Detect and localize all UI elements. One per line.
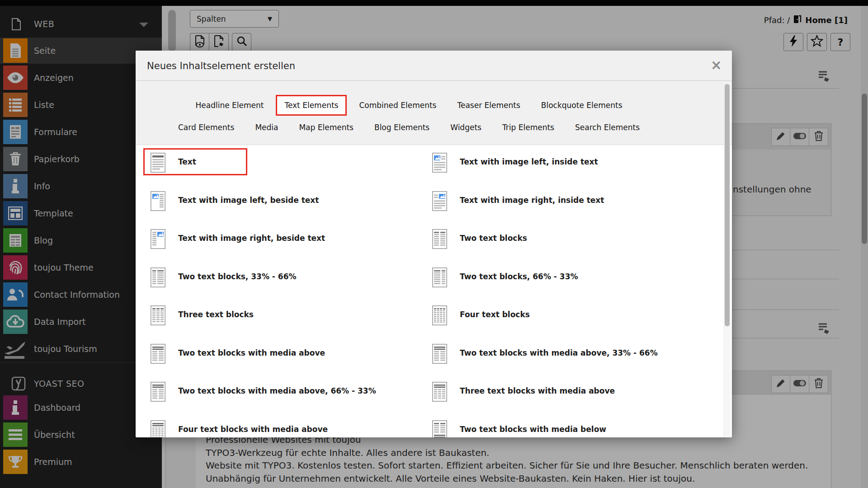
tab-trip-elements[interactable]: Trip Elements [502, 123, 554, 132]
content-element-option-two-text-blocks[interactable]: Two text blocks [432, 229, 724, 267]
content-element-label: Three text blocks [178, 310, 254, 319]
content-element-option-text-with-image-left-inside-text[interactable]: Text with image left, inside text [432, 153, 724, 191]
tab-blog-elements[interactable]: Blog Elements [374, 123, 429, 132]
content-element-option-four-text-blocks-with-media-above[interactable]: Four text blocks with media above [151, 420, 432, 438]
close-icon[interactable]: × [711, 57, 722, 73]
tab-search-elements[interactable]: Search Elements [575, 123, 640, 132]
content-element-label: Two text blocks with media above, 33% - … [460, 348, 658, 357]
tab-widgets[interactable]: Widgets [450, 123, 481, 132]
content-element-label: Text with image left, inside text [460, 157, 598, 166]
content-element-label: Two text blocks with media above, 66% - … [178, 386, 376, 395]
modal-tabs: Headline ElementText ElementsCombined El… [136, 81, 732, 145]
content-element-type-icon [432, 267, 447, 289]
content-element-list: TextText with image left, inside textTex… [151, 145, 724, 437]
content-element-type-icon [151, 229, 165, 251]
tab-teaser-elements[interactable]: Teaser Elements [457, 101, 520, 110]
content-element-type-icon [151, 382, 165, 404]
content-element-type-icon [432, 420, 447, 438]
content-element-label: Two text blocks, 66% - 33% [460, 272, 578, 281]
content-element-option-three-text-blocks-with-media-above[interactable]: Three text blocks with media above [432, 382, 724, 420]
content-element-type-icon [151, 191, 165, 213]
content-element-label: Three text blocks with media above [460, 386, 615, 395]
content-element-option-text-with-image-left-beside-text[interactable]: Text with image left, beside text [151, 191, 432, 230]
tab-media[interactable]: Media [255, 123, 278, 132]
new-content-element-modal: Neues Inhaltselement erstellen × Headlin… [136, 51, 732, 437]
content-element-label: Two text blocks with media below [460, 425, 606, 434]
content-element-type-icon [432, 382, 447, 404]
modal-scrollbar-thumb[interactable] [725, 84, 730, 326]
content-element-type-icon [151, 153, 165, 174]
content-element-label: Four text blocks [460, 310, 530, 319]
content-element-type-icon [432, 344, 447, 366]
content-element-label: Text [178, 157, 196, 166]
content-element-type-icon [151, 305, 165, 327]
content-element-label: Text with image left, beside text [178, 196, 319, 205]
content-element-option-two-text-blocks-33-66[interactable]: Two text blocks, 33% - 66% [151, 267, 432, 306]
content-element-label: Two text blocks, 33% - 66% [178, 272, 297, 281]
content-element-label: Text with image right, beside text [178, 234, 325, 243]
content-element-type-icon [151, 344, 165, 366]
content-element-option-four-text-blocks[interactable]: Four text blocks [432, 305, 724, 344]
content-element-type-icon [432, 229, 447, 251]
content-element-label: Four text blocks with media above [178, 425, 328, 434]
content-element-option-text-with-image-right-beside-text[interactable]: Text with image right, beside text [151, 229, 432, 267]
tab-combined-elements[interactable]: Combined Elements [359, 101, 436, 110]
modal-header: Neues Inhaltselement erstellen × [136, 51, 732, 81]
content-element-type-icon [432, 191, 447, 213]
modal-title: Neues Inhaltselement erstellen [147, 51, 295, 81]
content-element-option-two-text-blocks-with-media-below[interactable]: Two text blocks with media below [432, 420, 724, 438]
content-element-type-icon [432, 305, 447, 327]
tab-text-elements[interactable]: Text Elements [276, 95, 347, 116]
content-element-option-two-text-blocks-with-media-above-66-33[interactable]: Two text blocks with media above, 66% - … [151, 382, 432, 420]
tab-map-elements[interactable]: Map Elements [299, 123, 354, 132]
tab-blockquote-elements[interactable]: Blockquote Elements [541, 101, 623, 110]
content-element-type-icon [151, 420, 165, 438]
content-element-option-two-text-blocks-with-media-above[interactable]: Two text blocks with media above [151, 344, 432, 382]
content-element-option-two-text-blocks-66-33[interactable]: Two text blocks, 66% - 33% [432, 267, 724, 306]
content-element-label: Text with image right, inside text [460, 196, 604, 205]
content-element-option-text-with-image-right-inside-text[interactable]: Text with image right, inside text [432, 191, 724, 230]
content-element-type-icon [432, 153, 447, 174]
content-element-type-icon [151, 267, 165, 289]
tab-card-elements[interactable]: Card Elements [178, 123, 234, 132]
content-element-label: Two text blocks with media above [178, 348, 325, 357]
content-element-option-two-text-blocks-with-media-above-33-66[interactable]: Two text blocks with media above, 33% - … [432, 344, 724, 382]
content-element-option-text[interactable]: Text [151, 153, 432, 191]
content-element-option-three-text-blocks[interactable]: Three text blocks [151, 305, 432, 344]
content-element-label: Two text blocks [460, 234, 527, 243]
tab-headline-element[interactable]: Headline Element [195, 101, 264, 110]
